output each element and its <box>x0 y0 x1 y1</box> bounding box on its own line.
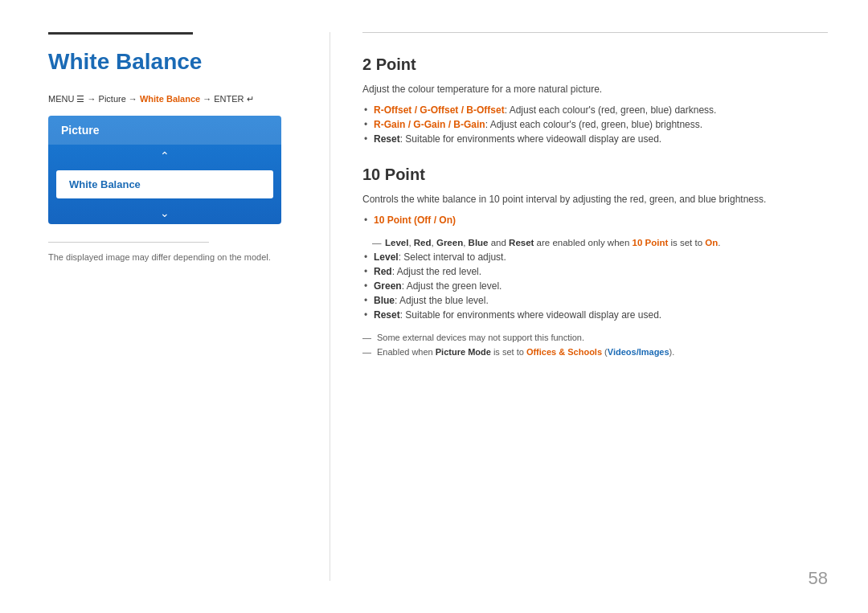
section-10point: 10 Point Controls the white balance in 1… <box>362 166 828 359</box>
indent-10point-ref: 10 Point <box>633 238 669 247</box>
indent-set: is set to <box>668 238 705 247</box>
menu-path: MENU ☰ → Picture → White Balance → ENTER… <box>48 94 297 104</box>
10point-off: Off <box>417 215 431 226</box>
left-divider <box>48 242 209 243</box>
menu-prefix: MENU <box>48 94 74 104</box>
enabled-when-note: Enabled when Picture Mode is set to Offi… <box>362 345 828 359</box>
red-text: : Adjust the red level. <box>392 266 481 277</box>
note2-pre: Enabled when <box>377 347 436 357</box>
reset-10pt-text: : Suitable for environments where videow… <box>400 309 662 321</box>
tv-menu-down-arrow: ⌄ <box>48 202 281 224</box>
indent-and: and <box>489 238 510 247</box>
videos-images-label: Videos/Images <box>608 347 669 357</box>
r-gain-label: R-Gain / G-Gain / B-Gain <box>374 119 485 130</box>
menu-enter-icon: ↵ <box>247 94 254 104</box>
page-container: White Balance MENU ☰ → Picture → White B… <box>0 0 868 613</box>
section-2point-title: 2 Point <box>362 55 828 74</box>
r-offset-text: : Adjust each colour's (red, green, blue… <box>505 104 717 116</box>
10point-label: 10 Point ( <box>374 215 417 226</box>
menu-arrow2: → ENTER <box>203 94 244 104</box>
section-10point-title: 10 Point <box>362 166 828 184</box>
top-rule-right <box>362 32 828 33</box>
offices-schools-label: Offices & Schools <box>526 347 602 357</box>
bullet-reset-10pt: Reset: Suitable for environments where v… <box>362 308 828 322</box>
bullet-blue: Blue: Adjust the blue level. <box>362 293 828 308</box>
bullet-r-gain: R-Gain / G-Gain / B-Gain: Adjust each co… <box>362 117 828 132</box>
column-divider <box>330 32 330 581</box>
10point-slash: / <box>431 215 439 226</box>
section-2point-list: R-Offset / G-Offset / B-Offset: Adjust e… <box>362 103 828 146</box>
note2-end: ). <box>669 347 675 357</box>
bullet-level: Level: Select interval to adjust. <box>362 250 828 264</box>
indent-level-note: Level, Red, Green, Blue and Reset are en… <box>362 235 828 250</box>
section-10point-list: 10 Point (Off / On) <box>362 213 828 227</box>
10point-close: ) <box>452 215 456 226</box>
indent-on-ref: On <box>705 238 718 247</box>
level-text: : Select interval to adjust. <box>399 251 506 263</box>
indent-level-label: Level <box>385 238 408 247</box>
bullet-10point-onoff: 10 Point (Off / On) <box>362 213 828 227</box>
tv-menu: Picture ⌃ White Balance ⌄ <box>48 116 281 224</box>
indent-reset-label: Reset <box>509 238 534 247</box>
reset-2pt-label: Reset <box>374 133 400 145</box>
right-column: 2 Point Adjust the colour temperature fo… <box>354 32 828 581</box>
tv-menu-header: Picture <box>48 116 281 145</box>
up-arrow-icon: ⌃ <box>160 149 170 162</box>
model-note: The displayed image may differ depending… <box>48 252 297 262</box>
bullet-reset-2pt: Reset: Suitable for environments where v… <box>362 132 828 146</box>
bullet-r-offset: R-Offset / G-Offset / B-Offset: Adjust e… <box>362 103 828 117</box>
note2-paren: ( <box>602 347 608 357</box>
green-text: : Adjust the green level. <box>402 280 502 292</box>
red-label: Red <box>374 266 392 277</box>
section-2point-desc: Adjust the colour temperature for a more… <box>362 84 828 95</box>
blue-label: Blue <box>374 295 395 306</box>
external-device-note: Some external devices may not support th… <box>362 330 828 345</box>
blue-text: : Adjust the blue level. <box>395 295 489 306</box>
menu-wb-highlight: White Balance <box>140 94 200 104</box>
indent-red-label: Red <box>414 238 432 247</box>
r-gain-text: : Adjust each colour's (red, green, blue… <box>485 119 702 130</box>
reset-10pt-label: Reset <box>374 309 400 321</box>
level-label: Level <box>374 251 399 263</box>
note2-mid: is set to <box>491 347 526 357</box>
left-column: White Balance MENU ☰ → Picture → White B… <box>48 32 321 581</box>
top-rule-left <box>48 32 193 35</box>
section-10point-sub-list: Level: Select interval to adjust. Red: A… <box>362 250 828 322</box>
indent-green-label: Green <box>436 238 463 247</box>
menu-icon: ☰ <box>76 94 84 104</box>
indent-end: . <box>718 238 720 247</box>
bullet-green: Green: Adjust the green level. <box>362 279 828 293</box>
reset-2pt-text: : Suitable for environments where videow… <box>400 133 662 145</box>
indent-mid: are enabled only when <box>534 238 632 247</box>
indent-blue-label: Blue <box>469 238 489 247</box>
section-10point-desc: Controls the white balance in 10 point i… <box>362 194 828 205</box>
menu-arrow1: → Picture → <box>88 94 137 104</box>
tv-menu-selected-item[interactable]: White Balance <box>56 170 273 198</box>
10point-on: On <box>439 215 452 226</box>
bullet-red: Red: Adjust the red level. <box>362 264 828 279</box>
green-label: Green <box>374 280 402 292</box>
page-number: 58 <box>809 568 828 589</box>
r-offset-label: R-Offset / G-Offset / B-Offset <box>374 104 505 116</box>
picture-mode-label: Picture Mode <box>436 347 491 357</box>
down-arrow-icon: ⌄ <box>160 206 170 219</box>
page-title: White Balance <box>48 49 297 75</box>
tv-menu-up-arrow: ⌃ <box>48 145 281 167</box>
